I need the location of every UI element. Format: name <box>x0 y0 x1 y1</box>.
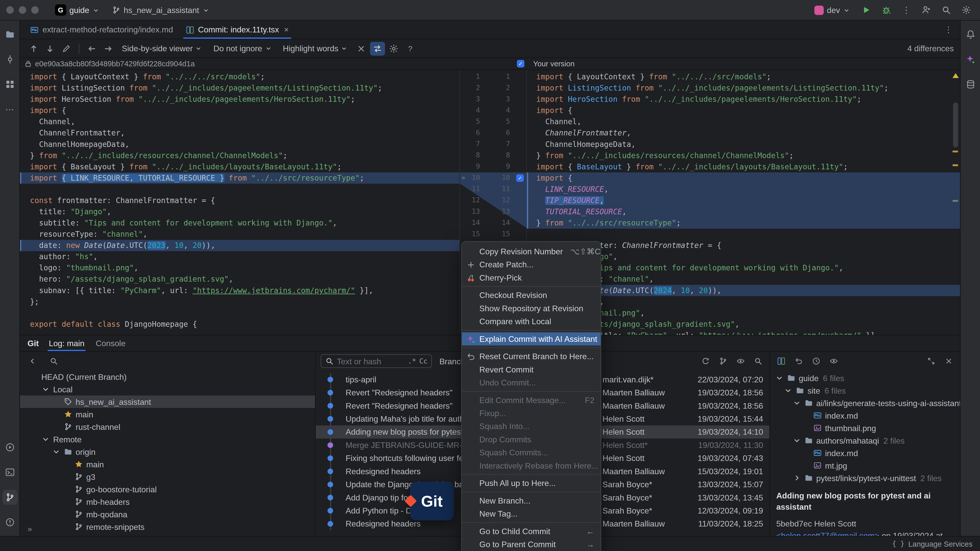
changed-file-item[interactable]: ai/links/generate-tests-using-ai-assista… <box>770 397 960 409</box>
view-options-button[interactable] <box>735 355 747 367</box>
show-diff-button[interactable] <box>775 355 788 367</box>
changed-file-item[interactable]: thumbnail.png <box>770 422 960 434</box>
include-change-checkbox[interactable]: ✓ <box>517 60 524 67</box>
tool-window-tab[interactable]: Log: main <box>48 335 86 351</box>
branch-item[interactable]: rust-channel <box>20 421 315 433</box>
ignore-mode-dropdown[interactable]: Do not ignore <box>208 41 277 56</box>
change-checkbox[interactable]: ✓ <box>516 174 524 182</box>
editor-tab[interactable]: extract-method-refactoring/index.md <box>24 21 179 39</box>
expand-panel-button[interactable] <box>925 355 937 367</box>
project-tool-button[interactable] <box>2 27 18 42</box>
diff-left-pane[interactable]: import { LayoutContext } from "../../../… <box>20 70 460 335</box>
database-tool-button[interactable] <box>963 77 978 92</box>
refresh-log-button[interactable] <box>699 355 712 367</box>
menu-item[interactable]: Compare with Local <box>462 315 601 328</box>
problems-tool-button[interactable] <box>2 515 18 530</box>
zoom-window-button[interactable] <box>31 6 38 14</box>
close-window-button[interactable] <box>6 6 14 14</box>
notifications-button[interactable] <box>963 27 978 42</box>
branches-view-button[interactable] <box>717 355 729 367</box>
run-button[interactable] <box>859 3 874 17</box>
synchronize-scrolling-button[interactable] <box>370 41 385 56</box>
back-button[interactable] <box>84 41 100 56</box>
previous-difference-button[interactable] <box>26 41 41 56</box>
ai-assistant-button[interactable] <box>963 52 978 67</box>
menu-item[interactable]: Copy Revision Number⌥⇧⌘C <box>462 245 601 258</box>
changed-file-item[interactable]: guide6 files <box>770 372 960 384</box>
help-button[interactable]: ? <box>403 41 418 56</box>
branch-item[interactable]: go-boostore-tutorial <box>20 483 315 495</box>
changed-file-item[interactable]: index.md <box>770 409 960 422</box>
code-with-me-button[interactable] <box>919 3 934 17</box>
changed-file-item[interactable]: index.md <box>770 447 960 459</box>
preview-button[interactable] <box>827 355 840 367</box>
hide-panel-button[interactable] <box>942 355 955 367</box>
inspection-warning-icon[interactable] <box>953 73 959 78</box>
minimize-window-button[interactable] <box>19 6 26 14</box>
settings-button[interactable] <box>959 3 974 17</box>
changed-file-item[interactable]: site6 files <box>770 384 960 397</box>
menu-item[interactable]: Go to Parent Commit→ <box>462 538 601 551</box>
collapse-panel-button[interactable] <box>26 355 39 367</box>
disable-editing-button[interactable] <box>354 41 369 56</box>
branch-item[interactable]: Remote <box>20 433 315 445</box>
more-tools-button[interactable]: ⋯ <box>2 102 18 117</box>
menu-item[interactable]: New Tag... <box>462 507 601 520</box>
run-config-widget[interactable]: dev <box>811 3 854 16</box>
debug-button[interactable] <box>879 3 894 17</box>
editor-tab[interactable]: Commit: index.11ty.tsx× <box>179 21 295 39</box>
expand-change-icon[interactable]: » <box>461 172 465 184</box>
viewer-mode-dropdown[interactable]: Side-by-side viewer <box>117 41 207 56</box>
services-tool-button[interactable] <box>2 440 18 455</box>
edit-source-button[interactable] <box>59 41 74 56</box>
search-everywhere-button[interactable] <box>939 3 954 17</box>
regex-toggle[interactable]: .* <box>408 357 416 365</box>
menu-item[interactable]: New Branch... <box>462 494 601 507</box>
next-difference-button[interactable] <box>43 41 58 56</box>
menu-item[interactable]: Revert Commit <box>462 363 601 376</box>
branch-item[interactable]: origin <box>20 445 315 458</box>
log-search-field[interactable]: .* Cc <box>321 354 432 368</box>
menu-item[interactable]: Create Patch... <box>462 258 601 271</box>
editor-scrollbar[interactable] <box>951 70 960 335</box>
match-case-toggle[interactable]: Cc <box>419 357 428 365</box>
branch-item[interactable]: mb-headers <box>20 495 315 508</box>
menu-item[interactable]: Reset Current Branch to Here... <box>462 350 601 363</box>
tool-window-tab[interactable]: Console <box>94 335 127 351</box>
menu-item[interactable]: Explain Commit with AI Assistant <box>462 332 601 345</box>
branch-item[interactable]: main <box>20 408 315 421</box>
project-widget[interactable]: G guide <box>51 3 103 17</box>
more-run-actions-button[interactable]: ⋮ <box>899 3 914 17</box>
search-branches-button[interactable] <box>48 355 60 367</box>
structure-tool-button[interactable] <box>2 77 18 92</box>
more-chevron-icon[interactable]: » <box>27 524 32 534</box>
diff-settings-button[interactable] <box>387 41 401 56</box>
scrollbar-thumb[interactable] <box>953 103 958 148</box>
changed-file-item[interactable]: pytest/links/pytest-v-unittest2 files <box>770 472 960 484</box>
branch-item[interactable]: mb-qodana <box>20 508 315 520</box>
menu-item[interactable]: Push All up to Here... <box>462 477 601 490</box>
tab-close-icon[interactable]: × <box>284 25 289 35</box>
forward-button[interactable] <box>100 41 116 56</box>
menu-item[interactable]: Go to Child Commit← <box>462 525 601 538</box>
branch-item[interactable]: g3 <box>20 470 315 483</box>
tab-options-button[interactable]: ⋮ <box>937 21 960 39</box>
language-services-widget[interactable]: { } Language Services <box>892 540 973 548</box>
changed-file-item[interactable]: mt.jpg <box>770 459 960 472</box>
branch-item[interactable]: Local <box>20 383 315 395</box>
rollback-button[interactable] <box>792 355 805 367</box>
menu-item[interactable]: Checkout Revision <box>462 289 601 302</box>
branch-item[interactable]: main <box>20 458 315 470</box>
branch-item[interactable]: hs_new_ai_assistant <box>20 395 315 408</box>
menu-item[interactable]: Cherry-Pick <box>462 271 601 284</box>
log-search-input[interactable] <box>337 356 405 366</box>
highlight-mode-dropdown[interactable]: Highlight words <box>278 41 353 56</box>
changed-file-item[interactable]: authors/mahataqi2 files <box>770 434 960 447</box>
git-tool-button[interactable] <box>2 490 18 505</box>
go-to-hash-button[interactable] <box>752 355 764 367</box>
branch-widget[interactable]: hs_new_ai_assistant <box>108 3 213 16</box>
menu-item[interactable]: Show Repository at Revision <box>462 302 601 315</box>
terminal-tool-button[interactable] <box>2 465 18 480</box>
commit-tool-button[interactable] <box>2 52 18 67</box>
branch-item[interactable]: remote-snippets <box>20 520 315 533</box>
